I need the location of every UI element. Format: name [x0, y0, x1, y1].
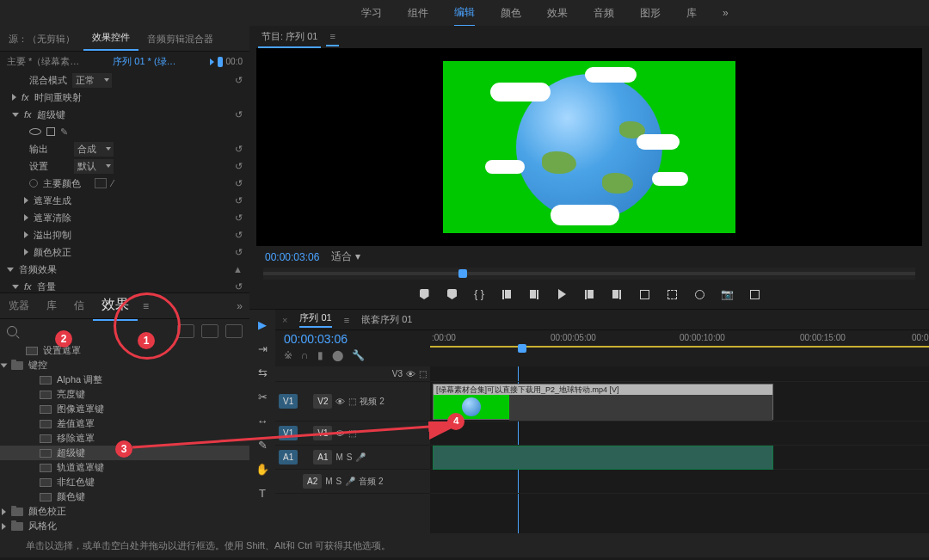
reset-icon[interactable]: ↺ — [235, 178, 243, 189]
ec-audiofx-row[interactable]: 音频效果▲ — [0, 261, 249, 278]
ef-alpha[interactable]: Alpha 调整 — [0, 372, 249, 387]
search-icon[interactable] — [7, 326, 17, 336]
ef-preset-mask[interactable]: 设置遮罩 — [0, 343, 249, 358]
effects-tab-menu-icon[interactable]: ≡ — [143, 300, 149, 312]
ec-seq-label[interactable]: 序列 01 * (绿… — [113, 55, 175, 68]
timeline-timecode[interactable]: 00:00:03:06 — [284, 332, 421, 346]
tl-tab-nested[interactable]: 嵌套序列 01 — [361, 313, 412, 326]
pen-mask-icon[interactable]: ✎ — [60, 126, 68, 138]
type-tool-icon[interactable]: T — [255, 485, 270, 501]
prog-tab-menu-icon[interactable]: ≡ — [326, 28, 338, 46]
program-tab[interactable]: 节目: 序列 01 — [258, 27, 321, 48]
step-back-icon[interactable] — [528, 288, 540, 300]
ef-colorcorr-folder[interactable]: 颜色校正 — [0, 504, 249, 519]
ef-img[interactable]: 图像遮罩键 — [0, 402, 249, 416]
tab-source-none[interactable]: 源：（无剪辑） — [0, 28, 83, 51]
ef-stylize-folder[interactable]: 风格化 — [0, 519, 249, 533]
ec-timeremap-row[interactable]: fx 时间重映射 — [0, 89, 249, 106]
ec-blendmode-row[interactable]: 混合模式 正常 ↺ — [0, 71, 249, 89]
program-viewer[interactable] — [256, 48, 922, 246]
hand-tool-icon[interactable]: ✋ — [255, 461, 270, 477]
ripple-tool-icon[interactable]: ⇆ — [255, 365, 270, 380]
lift-icon[interactable] — [638, 288, 650, 300]
filter-32bit-icon[interactable] — [201, 324, 218, 338]
tab-browser[interactable]: 览器 — [0, 293, 38, 318]
ec-mattegen-row[interactable]: 遮罩生成↺ — [0, 192, 249, 209]
tl-marker-icon[interactable]: ▮ — [317, 349, 323, 361]
track-head-v3[interactable]: V3👁⬚ — [275, 366, 430, 382]
track-body[interactable]: [绿幕素材合集]可以直接下载用_P2_地球转动.mp4 [V] — [430, 366, 929, 533]
ef-keying-folder[interactable]: 键控 — [0, 358, 249, 372]
goto-in-icon[interactable] — [501, 288, 513, 300]
tab-effect-controls[interactable]: 效果控件 — [83, 26, 138, 51]
export-frame-icon[interactable] — [693, 288, 705, 300]
goto-out-icon[interactable] — [611, 288, 623, 300]
filter-yuv-icon[interactable] — [225, 324, 243, 338]
color-swatch[interactable] — [95, 178, 107, 188]
timeline-ruler[interactable]: :00:00 00:00:05:00 00:00:10:00 00:00:15:… — [430, 330, 929, 366]
menu-overflow[interactable]: » — [723, 2, 729, 24]
menu-audio[interactable]: 音频 — [594, 1, 614, 26]
menu-graphics[interactable]: 图形 — [640, 1, 661, 26]
selection-tool-icon[interactable]: ▶ — [255, 317, 270, 332]
play-icon[interactable] — [556, 288, 568, 300]
mark-out-icon[interactable] — [446, 288, 458, 300]
blendmode-dropdown[interactable]: 正常 — [72, 73, 112, 88]
ellipse-mask-icon[interactable] — [29, 128, 41, 135]
mark-in-icon[interactable] — [418, 288, 430, 300]
ec-output-row[interactable]: 输出 合成 ↺ — [0, 140, 249, 157]
marker-icon[interactable]: { } — [473, 288, 485, 300]
eyedropper-icon[interactable]: ⁄ — [112, 178, 114, 188]
playhead-marker[interactable] — [458, 269, 467, 278]
ec-matteclean-row[interactable]: 遮罩清除↺ — [0, 209, 249, 226]
filter-accel-icon[interactable] — [177, 324, 194, 338]
track-head-a1[interactable]: A1 A1 MS🎤 — [275, 446, 430, 470]
video-clip[interactable]: [绿幕素材合集]可以直接下载用_P2_地球转动.mp4 [V] — [433, 384, 773, 420]
track-select-tool-icon[interactable]: ⇥ — [255, 341, 270, 356]
program-timecode[interactable]: 00:00:03:06 — [265, 251, 319, 263]
tl-wrench-icon[interactable]: 🔧 — [352, 349, 365, 361]
menu-learn[interactable]: 学习 — [361, 1, 382, 26]
ef-color[interactable]: 颜色键 — [0, 489, 249, 504]
tl-link-icon[interactable]: ∩ — [301, 349, 309, 361]
menu-edit[interactable]: 编辑 — [454, 0, 475, 27]
menu-color[interactable]: 颜色 — [501, 1, 521, 26]
tab-effects[interactable]: 效果 — [93, 291, 138, 321]
playhead-handle[interactable] — [518, 344, 526, 353]
program-scrubber[interactable] — [263, 268, 915, 280]
tab-info[interactable]: 信 — [65, 293, 93, 318]
track-head-v1[interactable]: V1 V1 👁⬚ — [275, 422, 430, 446]
track-head-v2[interactable]: V1 V2 👁⬚ 视频 2 — [275, 382, 430, 422]
tl-tab-seq1[interactable]: 序列 01 — [299, 311, 331, 328]
slip-tool-icon[interactable]: ↔ — [255, 413, 270, 428]
reset-icon[interactable]: ↺ — [235, 75, 243, 86]
effects-overflow-icon[interactable]: » — [237, 300, 249, 312]
audio-clip[interactable] — [433, 446, 773, 470]
stopwatch-icon[interactable] — [29, 179, 38, 188]
ec-colorcorr-row[interactable]: 颜色校正↺ — [0, 243, 249, 261]
menu-library[interactable]: 库 — [686, 1, 697, 26]
extract-icon[interactable] — [666, 288, 678, 300]
menu-effects-ws[interactable]: 效果 — [547, 1, 568, 26]
ec-mini-timeline[interactable]: 00:0 — [210, 57, 243, 67]
tab-library[interactable]: 库 — [38, 293, 65, 318]
ec-mask-shapes-row[interactable]: ✎ — [0, 123, 249, 140]
razor-tool-icon[interactable]: ✂ — [255, 389, 270, 404]
tab-audio-mixer[interactable]: 音频剪辑混合器 — [138, 28, 222, 51]
ef-nonred[interactable]: 非红色键 — [0, 475, 249, 489]
ec-spill-row[interactable]: 溢出抑制↺ — [0, 226, 249, 243]
reset-icon[interactable]: ↺ — [235, 109, 243, 120]
ef-luma[interactable]: 亮度键 — [0, 387, 249, 402]
ef-diff[interactable]: 差值遮罩 — [0, 416, 249, 431]
setting-dropdown[interactable]: 默认 — [74, 159, 114, 174]
zoom-fit-dropdown[interactable]: 适合 ▾ — [331, 249, 360, 264]
output-dropdown[interactable]: 合成 — [74, 142, 114, 157]
step-fwd-icon[interactable] — [583, 288, 595, 300]
ec-ultrakey-row[interactable]: fx 超级键 ↺ — [0, 106, 249, 123]
ef-track[interactable]: 轨道遮罩键 — [0, 460, 249, 475]
tl-settings-icon[interactable]: ⬤ — [332, 349, 343, 361]
rect-mask-icon[interactable] — [46, 127, 55, 136]
camera-icon[interactable]: 📷 — [721, 288, 733, 300]
tl-snap-icon[interactable]: ※ — [284, 349, 292, 361]
ec-setting-row[interactable]: 设置 默认 ↺ — [0, 157, 249, 175]
